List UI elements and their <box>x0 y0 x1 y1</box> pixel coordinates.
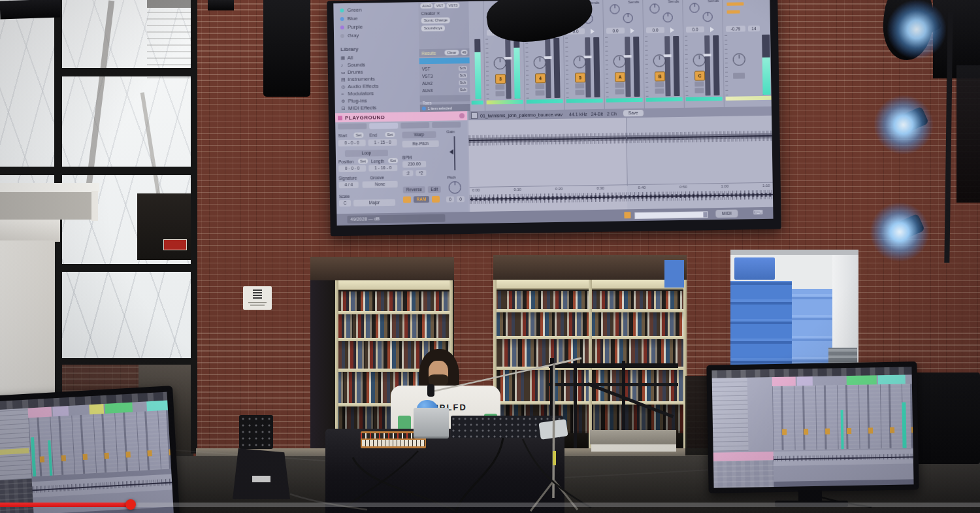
ceiling-speaker <box>0 0 60 20</box>
house-outside <box>147 3 197 78</box>
stage-step-edge <box>591 444 676 452</box>
patch-panel <box>239 415 273 449</box>
window-mullion <box>0 167 197 175</box>
opening-header <box>310 257 454 280</box>
warning-sign <box>163 239 187 250</box>
monitor-left-screen <box>0 392 174 513</box>
corner-speaker-stack <box>956 65 980 203</box>
window-mullion <box>57 264 197 272</box>
balcony-ledge <box>0 220 60 242</box>
railing-post <box>574 359 577 448</box>
railing-diagonal <box>587 382 674 418</box>
balcony-rail-post <box>91 191 98 221</box>
qr-code-icon <box>253 290 262 299</box>
opening-header <box>493 255 687 280</box>
wedge-logo <box>252 476 270 482</box>
shelf-post <box>335 280 338 451</box>
stage-light-blue-glow <box>870 203 929 261</box>
video-progress-fill[interactable] <box>0 503 131 507</box>
draped-table-right <box>912 372 980 464</box>
monitor-left <box>0 386 180 513</box>
sign-text-line <box>250 305 265 306</box>
blue-bin-small <box>734 257 775 280</box>
ceiling-speaker <box>208 0 234 10</box>
railing-bar <box>549 363 678 368</box>
video-frame-live-performance: Green Blue Purple Gray Library ▦ All <box>0 0 980 513</box>
house-roof <box>147 0 197 8</box>
video-progress-scrubber[interactable] <box>125 499 136 510</box>
screen-glare <box>711 367 913 488</box>
stage-step <box>590 430 676 444</box>
shelf-canopy <box>335 280 453 290</box>
keyboard-keys <box>362 440 425 446</box>
opening-shadow <box>310 280 335 451</box>
video-progress-track[interactable] <box>0 503 980 507</box>
stage-wedge-monitor <box>233 448 290 499</box>
stage-light-blue-glow <box>874 95 933 154</box>
book-row <box>338 291 450 311</box>
wall-opening-bins <box>730 250 858 378</box>
window-mullion <box>57 68 197 76</box>
book-row <box>338 314 450 338</box>
stage-light-blue-glow <box>887 0 946 59</box>
blue-bin-glimpse <box>664 260 684 288</box>
opening-top-shadow <box>730 250 858 255</box>
wall-speaker-array <box>263 0 310 97</box>
monitor-right-screen <box>711 367 913 488</box>
window-mullion <box>57 358 197 365</box>
balcony-rail <box>0 183 99 192</box>
laptop <box>414 408 449 439</box>
sign-text-line <box>248 302 267 303</box>
screen-glare <box>0 392 174 513</box>
monitor-right <box>706 361 919 493</box>
qr-sign <box>243 286 272 310</box>
sleeve-patch <box>398 416 411 430</box>
railing-bar <box>549 383 678 386</box>
balcony-shadow <box>0 192 91 220</box>
